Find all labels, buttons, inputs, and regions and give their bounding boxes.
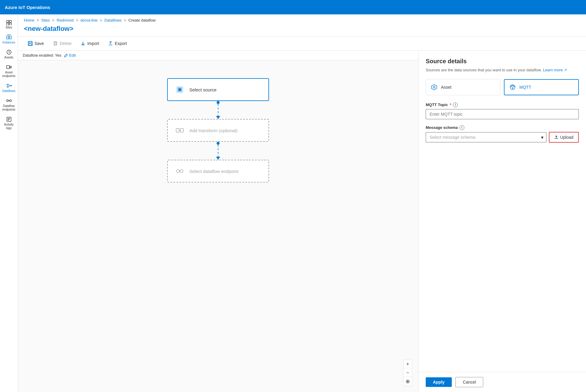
side-panel-content: Source details Sources are the data sour… xyxy=(419,51,586,372)
svg-point-11 xyxy=(10,100,11,102)
svg-point-21 xyxy=(176,170,179,173)
connector-arrow-1 xyxy=(216,116,220,119)
import-icon xyxy=(81,41,85,46)
endpoint-node-label: Select dataflow endpoint xyxy=(189,169,238,174)
mqtt-source-icon xyxy=(509,84,516,91)
transform-node-icon xyxy=(175,126,185,135)
sidebar-item-label-dataflows: Dataflows xyxy=(2,89,16,93)
side-panel-footer: Apply Cancel xyxy=(419,372,586,392)
source-node-label: Select source xyxy=(189,87,217,92)
toolbar: Save Delete Import Export xyxy=(18,36,586,51)
zoom-in-button[interactable]: + xyxy=(404,360,412,368)
svg-point-27 xyxy=(512,88,513,88)
sidebar-item-asset-endpoints[interactable]: Asset endpoints xyxy=(0,62,18,80)
svg-rect-0 xyxy=(7,20,9,22)
edit-button[interactable]: Edit xyxy=(64,53,76,58)
sidebar-item-label-sites: Sites xyxy=(5,26,12,29)
save-label: Save xyxy=(34,41,44,46)
message-schema-info-icon[interactable]: i xyxy=(460,125,464,130)
endpoint-node-icon xyxy=(175,166,185,176)
export-label: Export xyxy=(115,41,127,46)
connector-dot-2 xyxy=(217,142,220,145)
schema-select-wrapper: Select message schema ▾ xyxy=(426,132,546,142)
connector-1 xyxy=(216,101,220,119)
canvas-area: Select source xyxy=(18,60,418,392)
schema-select[interactable]: Select message schema xyxy=(426,132,546,142)
svg-point-22 xyxy=(180,170,183,173)
asset-source-icon xyxy=(431,84,437,91)
sidebar: Sites Instances Assets Asset endpoi xyxy=(0,14,18,392)
sidebar-item-label-activity-logs: Activity logs xyxy=(1,123,16,130)
schema-row: Select message schema ▾ Upload xyxy=(426,132,579,143)
breadcrumb-home[interactable]: Home xyxy=(24,18,34,22)
flow-node-source[interactable]: Select source xyxy=(167,78,269,101)
zoom-reset-icon xyxy=(406,379,410,384)
import-label: Import xyxy=(87,41,99,46)
asset-endpoints-icon xyxy=(6,64,12,70)
flow-node-transform[interactable]: Add transform (optional) xyxy=(167,119,269,142)
sidebar-item-activity-logs[interactable]: Activity logs xyxy=(0,114,18,132)
zoom-reset-button[interactable] xyxy=(404,377,412,386)
sidebar-item-instances[interactable]: Instances xyxy=(0,32,18,47)
source-type-mqtt-button[interactable]: MQTT xyxy=(504,79,579,95)
cancel-button[interactable]: Cancel xyxy=(455,377,484,387)
mqtt-topic-label: MQTT Topic * i xyxy=(426,102,579,107)
save-button[interactable]: Save xyxy=(24,39,48,48)
export-icon xyxy=(108,41,113,46)
assets-icon xyxy=(6,49,12,55)
breadcrumb: Home > Sites > Redmond > donut-line > Da… xyxy=(18,14,586,24)
side-panel: Source details Sources are the data sour… xyxy=(418,51,586,392)
dataflow-container: Dataflow enabled: Yes Edit xyxy=(18,51,586,392)
source-type-row: Asset MQTT xyxy=(426,79,579,95)
panel-description: Sources are the data sources that you wa… xyxy=(426,67,579,73)
upload-button[interactable]: Upload xyxy=(549,132,579,143)
breadcrumb-sites[interactable]: Sites xyxy=(41,18,50,22)
svg-point-10 xyxy=(7,100,8,102)
dataflow-enabled-bar: Dataflow enabled: Yes Edit xyxy=(18,51,418,60)
save-icon xyxy=(28,41,33,46)
flow-node-endpoint[interactable]: Select dataflow endpoint xyxy=(167,160,269,183)
source-type-asset-button[interactable]: Asset xyxy=(426,79,500,95)
sidebar-item-assets[interactable]: Assets xyxy=(0,47,18,62)
delete-button[interactable]: Delete xyxy=(49,39,75,48)
mqtt-topic-input[interactable] xyxy=(426,109,579,119)
zoom-out-button[interactable]: − xyxy=(404,369,412,377)
learn-more-link[interactable]: Learn more ↗ xyxy=(543,68,567,72)
message-schema-label: Message schema i xyxy=(426,125,579,130)
connector-line-1 xyxy=(218,104,218,116)
sidebar-item-dataflows[interactable]: Dataflows xyxy=(0,80,18,95)
transform-node-label: Add transform (optional) xyxy=(189,128,238,133)
sidebar-item-label-asset-endpoints: Asset endpoints xyxy=(1,71,16,78)
upload-label: Upload xyxy=(560,135,573,140)
delete-label: Delete xyxy=(60,41,72,46)
top-bar: Azure IoT Operations xyxy=(0,0,586,14)
mqtt-topic-info-icon[interactable]: i xyxy=(453,102,458,107)
svg-rect-4 xyxy=(7,36,11,39)
sidebar-item-label-dataflow-endpoints: Dataflow endpoints xyxy=(1,104,16,111)
sidebar-item-sites[interactable]: Sites xyxy=(0,17,18,32)
breadcrumb-dataflows[interactable]: Dataflows xyxy=(104,18,121,22)
breadcrumb-redmond[interactable]: Redmond xyxy=(57,18,73,22)
upload-icon xyxy=(554,135,558,139)
import-button[interactable]: Import xyxy=(77,39,103,48)
sidebar-item-dataflow-endpoints[interactable]: Dataflow endpoints xyxy=(0,95,18,114)
connector-line-2 xyxy=(218,145,218,157)
svg-point-5 xyxy=(8,37,10,38)
zoom-controls: + − xyxy=(403,360,412,386)
svg-rect-2 xyxy=(7,23,9,25)
flow-wrapper: Select source xyxy=(24,66,412,195)
svg-rect-14 xyxy=(29,41,31,43)
svg-point-26 xyxy=(510,85,515,90)
breadcrumb-current: Create dataflow xyxy=(128,18,155,22)
apply-button[interactable]: Apply xyxy=(426,377,452,387)
export-button[interactable]: Export xyxy=(104,39,131,48)
app-title: Azure IoT Operations xyxy=(5,5,50,10)
content-area: Home > Sites > Redmond > donut-line > Da… xyxy=(18,14,586,392)
svg-rect-20 xyxy=(180,129,183,132)
page-title: <new-dataflow> xyxy=(18,24,586,36)
mqtt-topic-field-group: MQTT Topic * i xyxy=(426,102,579,119)
breadcrumb-donut-line[interactable]: donut-line xyxy=(81,18,98,22)
svg-point-9 xyxy=(10,85,11,86)
instances-icon xyxy=(6,34,12,40)
sites-icon xyxy=(6,19,12,25)
